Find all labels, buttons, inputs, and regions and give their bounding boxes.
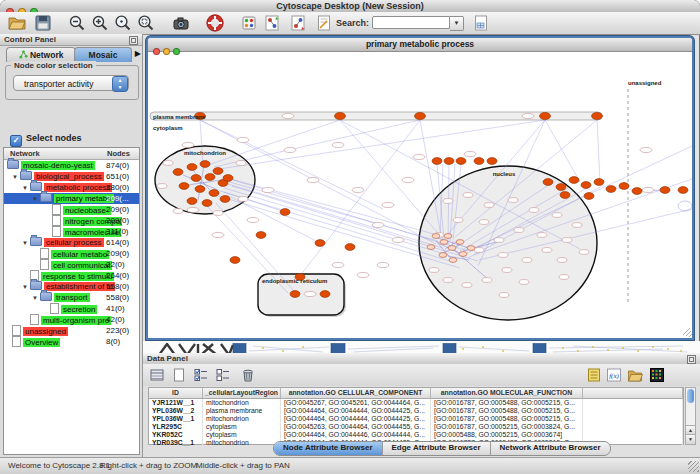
import-attributes-button[interactable]	[472, 14, 490, 32]
folder-icon	[40, 193, 52, 202]
table-row[interactable]: YLR295Ccytoplasm[GO:0045263, GO:0044464,…	[149, 423, 683, 431]
scrollbar-thumb[interactable]	[687, 389, 694, 403]
tree-row[interactable]: ▼biological_process651(0)	[4, 171, 139, 182]
tree-row[interactable]: ▼cellular process614(0)	[4, 237, 139, 248]
tab-overflow-arrow[interactable]: ▶	[135, 49, 141, 58]
snapshot-button[interactable]	[172, 14, 190, 32]
table-row[interactable]: YKR052Ccytoplasm[GO:0044464, GO:0044446,…	[149, 431, 683, 439]
attribute-browser-button[interactable]	[149, 367, 165, 383]
window-resize-grip[interactable]	[688, 461, 699, 472]
tree-row[interactable]: cellular metabo209(0)	[4, 248, 139, 259]
tab-mosaic[interactable]: Mosaic	[74, 47, 132, 62]
tree-row[interactable]: cell communicat22(0)	[4, 259, 139, 270]
annotation-button[interactable]	[315, 14, 333, 32]
new-attribute-button[interactable]	[171, 367, 187, 383]
tree-row-selected[interactable]: ▼primary metabo209(...	[4, 193, 139, 204]
zoom-out-button[interactable]	[68, 14, 86, 32]
cytopanel-grid-icon	[240, 14, 258, 32]
svg-text:endoplasmic reticulum: endoplasmic reticulum	[262, 278, 327, 284]
tree-row[interactable]: macromolecule311(0)	[4, 226, 139, 237]
select-nodes-row[interactable]: ✓Select nodes	[10, 133, 82, 145]
background-windows-strip[interactable]	[143, 341, 700, 353]
zoom-fit-button[interactable]	[137, 14, 155, 32]
attribute-table[interactable]: ID_cellularLayoutRegionannotation.GO CEL…	[148, 387, 684, 445]
attribute-table-header[interactable]: ID_cellularLayoutRegionannotation.GO CEL…	[149, 388, 683, 399]
svg-text:unassigned: unassigned	[628, 80, 662, 86]
tree-row[interactable]: ▼establishment of lo558(0)	[4, 281, 139, 292]
table-row[interactable]: YPL036W__1mitochondrion[GO:0044464, GO:0…	[149, 415, 683, 423]
cytopanel-button[interactable]	[240, 14, 258, 32]
frame-resize-grip[interactable]	[683, 328, 692, 337]
search-label: Search:	[336, 18, 369, 28]
control-panel-header: Control Panel	[0, 34, 142, 46]
zoom-selected-icon	[114, 14, 132, 32]
import-list-button[interactable]	[586, 367, 602, 383]
table-row[interactable]: YPL036W__2plasma membrane[GO:0044464, GO…	[149, 407, 683, 415]
open-folder-icon	[8, 14, 26, 32]
leaf-page-icon	[52, 226, 61, 237]
data-panel-title: Data Panel	[147, 354, 188, 363]
folder-icon	[30, 237, 42, 246]
select-attributes-button[interactable]	[193, 367, 209, 383]
table-row[interactable]: YJR121W__1mitochondrion[GO:0045267, GO:0…	[149, 399, 683, 407]
tab-network[interactable]: Network	[6, 47, 76, 62]
vizmapper-b-icon	[289, 14, 307, 32]
attribute-browser-tabs: Node Attribute Browser Edge Attribute Br…	[273, 441, 611, 456]
folder-icon	[30, 182, 42, 191]
network-window-titlebar[interactable]: primary metabolic process	[148, 38, 692, 52]
open-attribute-file-button[interactable]	[627, 367, 643, 383]
leaf-page-icon	[52, 215, 61, 226]
open-folder-icon	[627, 367, 643, 383]
network-tree[interactable]: Network Nodes mosaic-demo-yeast874(0) ▼b…	[3, 147, 140, 455]
tab-node-attribute-browser[interactable]: Node Attribute Browser	[274, 442, 383, 455]
search-dropdown-button[interactable]: ▼	[450, 16, 464, 31]
vizmapper-b-button[interactable]	[289, 14, 307, 32]
tree-row[interactable]: ▼metabolic process280(0)	[4, 182, 139, 193]
data-panel-toolbar: f(x)	[143, 364, 700, 386]
unselect-attributes-icon	[215, 367, 231, 383]
search-input[interactable]	[372, 16, 450, 29]
status-zoom-hint: Right-click + drag to ZOOM	[100, 461, 197, 470]
attribute-file-icon	[472, 14, 490, 32]
help-button[interactable]	[206, 14, 224, 32]
cytoscape-window: Cytoscape Desktop (New Session) Search: …	[0, 0, 700, 474]
float-panel-icon[interactable]	[129, 36, 138, 45]
tree-row[interactable]: response to stimulu264(0)	[4, 270, 139, 281]
svg-text:cytoplasm: cytoplasm	[153, 125, 183, 131]
control-panel: Control Panel Network Mosaic ▶ Node colo…	[0, 34, 143, 458]
fx-icon: f(x)	[606, 367, 622, 383]
tree-col-nodes: Nodes	[107, 148, 130, 159]
tree-row[interactable]: nucleobase-209(0)	[4, 204, 139, 215]
formula-button[interactable]: f(x)	[606, 367, 622, 383]
zoom-in-button[interactable]	[91, 14, 109, 32]
float-panel-icon[interactable]	[687, 355, 696, 364]
tree-row[interactable]: ▼transport558(0)	[4, 292, 139, 303]
tree-row[interactable]: unassigned223(0)	[4, 325, 139, 336]
network-view-window[interactable]: primary metabolic process	[146, 36, 694, 340]
scroll-down-icon[interactable]: ▼	[686, 434, 695, 444]
network-window-title: primary metabolic process	[148, 39, 692, 49]
tab-network-attribute-browser[interactable]: Network Attribute Browser	[491, 442, 610, 455]
tree-row[interactable]: nitrogen compo209(0)	[4, 215, 139, 226]
table-scrollbar[interactable]: ▲ ▼	[685, 387, 696, 445]
leaf-page-icon	[50, 303, 59, 314]
status-welcome: Welcome to Cytoscape 2.8.1	[8, 461, 110, 470]
vizmapper-a-button[interactable]	[263, 14, 281, 32]
tree-row[interactable]: secretion41(0)	[4, 303, 139, 314]
tree-row[interactable]: Overview8(0)	[4, 336, 139, 347]
attribute-matrix-button[interactable]	[649, 367, 665, 383]
zoom-selected-button[interactable]	[114, 14, 132, 32]
open-session-button[interactable]	[8, 14, 26, 32]
background-network-edges	[249, 346, 687, 352]
unselect-attributes-button[interactable]	[215, 367, 231, 383]
checkbox-checked-icon[interactable]: ✓	[10, 135, 22, 147]
tree-row[interactable]: multi-organism pro42(0)	[4, 314, 139, 325]
delete-attribute-button[interactable]	[240, 367, 256, 383]
vizmapper-a-icon	[263, 14, 281, 32]
leaf-page-icon	[40, 248, 49, 259]
network-canvas[interactable]: plasma membrane cytoplasm mitochondrion …	[148, 51, 692, 338]
tree-header: Network Nodes	[4, 148, 139, 160]
save-session-button[interactable]	[34, 14, 52, 32]
node-color-dropdown[interactable]: transporter activity ▲▼	[13, 75, 129, 91]
tab-edge-attribute-browser[interactable]: Edge Attribute Browser	[383, 442, 491, 455]
